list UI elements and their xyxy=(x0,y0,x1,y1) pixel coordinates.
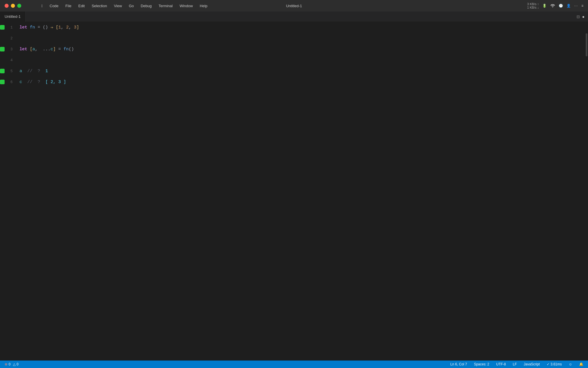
split-editor-icon[interactable]: ⊟ xyxy=(577,14,580,19)
token-op xyxy=(40,69,45,74)
code-line: c // ? [ 2, 3 ] xyxy=(20,76,584,87)
gutter-row: 3 xyxy=(0,44,15,55)
tab-bar: Untitled-1 ⊟ ● xyxy=(0,12,588,22)
minimize-button[interactable] xyxy=(11,4,15,8)
line-number: 6 xyxy=(7,80,13,84)
token-comment: // xyxy=(27,80,32,85)
timing-badge[interactable]: ✓ 3.61ms xyxy=(546,362,563,366)
token-paren: () xyxy=(69,47,74,52)
menu-debug[interactable]: Debug xyxy=(138,3,154,9)
editor-container: 123456 let fn = () ⇒ [1, 2, 3]let [a, ..… xyxy=(0,22,588,361)
token-comment: ? xyxy=(38,69,40,74)
token-bracket: [ xyxy=(30,47,32,52)
token-op: = xyxy=(56,47,63,52)
code-line xyxy=(20,55,584,66)
menu-view[interactable]: View xyxy=(111,3,125,9)
code-area[interactable]: let fn = () ⇒ [1, 2, 3]let [a, ...c] = f… xyxy=(15,22,584,361)
menu-window[interactable]: Window xyxy=(177,3,196,9)
token-comment: // xyxy=(27,69,32,74)
gutter-row: 1 xyxy=(0,22,15,33)
gutter-row: 6 xyxy=(0,76,15,87)
gutter-row: 4 xyxy=(0,55,15,66)
warning-count: 0 xyxy=(17,362,19,366)
code-line: let [a, ...c] = fn() xyxy=(20,44,584,55)
system-icons: 3 KB/s ↑1 KB/s ↓ 🔋 🕐 👤 ··· ≡ xyxy=(527,2,583,9)
encoding[interactable]: UTF-8 xyxy=(495,362,507,366)
token-kw: let xyxy=(20,25,30,30)
close-button[interactable] xyxy=(5,4,9,8)
token-kw: let xyxy=(20,47,30,52)
window-controls xyxy=(0,4,21,8)
language-mode[interactable]: JavaScript xyxy=(523,362,541,366)
token-paren: () xyxy=(43,25,48,30)
list-icon[interactable]: ≡ xyxy=(581,4,583,8)
token-op xyxy=(32,80,38,85)
maximize-button[interactable] xyxy=(17,4,21,8)
status-left: ⊗ 0 △ 0 xyxy=(0,362,20,366)
code-line: let fn = () ⇒ [1, 2, 3] xyxy=(20,22,584,33)
cursor-position[interactable]: Ln 6, Col 7 xyxy=(449,362,468,366)
token-var-fn: fn xyxy=(30,25,35,30)
breakpoint-dot[interactable] xyxy=(0,80,5,84)
token-arrow: ⇒ xyxy=(51,25,53,30)
menu-bar:  Code File Edit Selection View Go Debug… xyxy=(0,0,588,12)
warning-icon: △ xyxy=(13,362,16,366)
tab-label: Untitled-1 xyxy=(5,14,21,19)
error-count: 0 xyxy=(9,362,11,366)
token-var-a: a xyxy=(32,47,35,52)
status-bar: ⊗ 0 △ 0 Ln 6, Col 7 Spaces: 2 UTF-8 LF J… xyxy=(0,361,588,368)
network-icon: 3 KB/s ↑1 KB/s ↓ xyxy=(527,2,539,9)
breakpoint-dot[interactable] xyxy=(0,69,5,73)
editor-tab[interactable]: Untitled-1 xyxy=(0,12,26,22)
token-comment: ? xyxy=(38,80,40,85)
token-op: = xyxy=(35,25,43,30)
token-op xyxy=(40,80,45,85)
indentation[interactable]: Spaces: 2 xyxy=(473,362,490,366)
menu-terminal[interactable]: Terminal xyxy=(156,3,175,9)
token-op xyxy=(32,69,38,74)
more-icon[interactable]: ··· xyxy=(574,4,578,8)
menu-code[interactable]: Code xyxy=(47,3,61,9)
token-op xyxy=(53,25,56,30)
token-op xyxy=(22,69,27,74)
token-var-a: a xyxy=(20,69,22,74)
code-line xyxy=(20,33,584,44)
token-op: , xyxy=(69,25,74,30)
line-ending[interactable]: LF xyxy=(512,362,518,366)
token-var-fn: fn xyxy=(63,47,69,52)
token-bracket: ] xyxy=(53,47,56,52)
token-result: 1 xyxy=(45,69,48,74)
menu-file[interactable]: File xyxy=(63,3,74,9)
window-title: Untitled-1 xyxy=(286,4,302,8)
line-number: 3 xyxy=(7,47,13,51)
bell-icon[interactable]: 🔔 xyxy=(578,362,585,366)
error-icon: ⊗ xyxy=(5,362,7,366)
token-op: , xyxy=(61,25,66,30)
line-gutter: 123456 xyxy=(0,22,15,361)
token-result: [ 2, 3 ] xyxy=(45,80,66,85)
token-var-a: c xyxy=(20,80,22,85)
breakpoint-dot[interactable] xyxy=(0,47,5,51)
menu-apple[interactable]:  xyxy=(38,3,46,9)
scrollbar-thumb[interactable] xyxy=(586,33,587,56)
token-num: 1 xyxy=(58,25,61,30)
token-num: 2 xyxy=(66,25,69,30)
token-bracket: [ xyxy=(56,25,58,30)
errors-indicator[interactable]: ⊗ 0 △ 0 xyxy=(3,362,20,366)
unsaved-dot-icon: ● xyxy=(582,14,585,19)
menu-edit[interactable]: Edit xyxy=(76,3,88,9)
token-spread: ... xyxy=(43,47,51,52)
breakpoint-dot[interactable] xyxy=(0,25,5,30)
menu-go[interactable]: Go xyxy=(126,3,137,9)
smiley-icon[interactable]: ☺ xyxy=(568,362,573,366)
menu-help[interactable]: Help xyxy=(197,3,210,9)
clock-icon: 🕐 xyxy=(559,4,563,8)
token-op: , xyxy=(35,47,43,52)
battery-icon: 🔋 xyxy=(542,4,547,8)
wifi-icon xyxy=(550,3,555,8)
menu-selection[interactable]: Selection xyxy=(89,3,110,9)
menu-items:  Code File Edit Selection View Go Debug… xyxy=(21,3,210,9)
code-line: a // ? 1 xyxy=(20,66,584,76)
scrollbar[interactable] xyxy=(584,22,588,361)
gutter-row: 2 xyxy=(0,33,15,44)
